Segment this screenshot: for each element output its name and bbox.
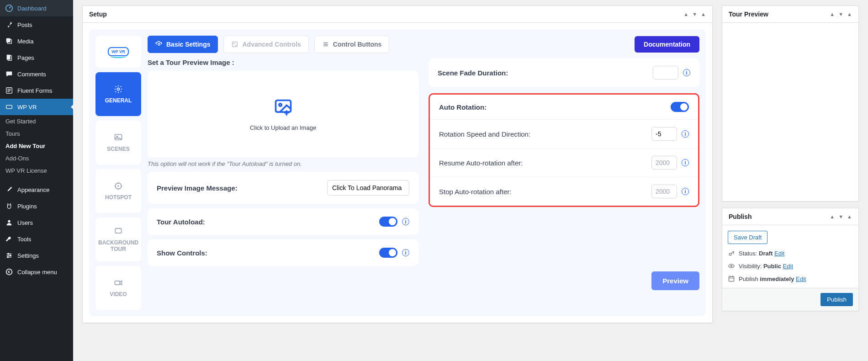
panel-toggle-icon[interactable]: ▲ — [847, 214, 852, 219]
upload-text: Click to Upload an Image — [250, 124, 316, 131]
svg-point-28 — [236, 45, 236, 45]
preview-image-section-label: Set a Tour Preview Image : — [148, 58, 418, 66]
wpvr-logo: WP VR — [95, 36, 141, 68]
sliders-icon — [322, 41, 329, 48]
help-icon[interactable]: i — [402, 218, 409, 225]
sidetab-hotspot[interactable]: HOTSPOT — [95, 169, 141, 213]
sidebar-label: Appearance — [17, 186, 49, 193]
scene-fade-row: Scene Fade Duration: i — [429, 58, 699, 87]
preview-button[interactable]: Preview — [651, 271, 699, 290]
panel-toggle-icon[interactable]: ▲ — [701, 11, 706, 17]
sidetab-scenes[interactable]: SCENES — [95, 121, 141, 165]
panel-toggle-icon[interactable]: ▲ — [847, 11, 852, 17]
svg-point-14 — [8, 253, 9, 255]
tour-preview-title: Tour Preview — [729, 11, 768, 18]
save-draft-button[interactable]: Save Draft — [728, 231, 767, 244]
sidebar-label: Pages — [17, 54, 34, 61]
resume-after-input[interactable] — [651, 156, 677, 170]
sidebar-comments[interactable]: Comments — [0, 66, 73, 82]
tour-autoload-row: Tour Autoload: i — [148, 208, 418, 235]
sidebar-posts[interactable]: Posts — [0, 16, 73, 33]
svg-rect-36 — [729, 276, 734, 281]
auto-rotation-toggle[interactable] — [671, 102, 689, 112]
sidebar-wpvr[interactable]: WP VR — [0, 99, 73, 115]
panel-tools: ▲ ▼ ▲ — [683, 11, 706, 17]
svg-point-17 — [6, 269, 12, 275]
sidebar-dashboard[interactable]: Dashboard — [0, 0, 73, 16]
sidebar-settings[interactable]: Settings — [0, 247, 73, 264]
panel-up-icon[interactable]: ▲ — [683, 11, 688, 17]
visibility-value: Public — [763, 263, 781, 270]
tour-autoload-toggle[interactable] — [379, 217, 397, 227]
panel-down-icon[interactable]: ▼ — [692, 11, 697, 17]
tab-basic-settings[interactable]: Basic Settings — [148, 36, 218, 53]
submenu-get-started[interactable]: Get Started — [0, 115, 73, 127]
help-icon[interactable]: i — [682, 188, 689, 195]
sidetab-label: VIDEO — [110, 291, 127, 297]
sidebar-users[interactable]: Users — [0, 214, 73, 231]
sidebar-appearance[interactable]: Appearance — [0, 181, 73, 198]
submenu-license[interactable]: WP VR License — [0, 165, 73, 177]
documentation-button[interactable]: Documentation — [635, 36, 699, 53]
publish-time-edit-link[interactable]: Edit — [796, 276, 806, 282]
preview-message-label: Preview Image Message: — [157, 184, 238, 192]
calendar-icon — [728, 275, 735, 282]
sidebar-label: Tools — [17, 236, 31, 243]
image-icon — [114, 133, 123, 142]
sidebar-media[interactable]: Media — [0, 33, 73, 49]
sidetab-general[interactable]: GENERAL — [95, 72, 141, 116]
resume-after-label: Resume Auto-rotation after: — [439, 159, 523, 167]
upload-preview-image[interactable]: Click to Upload an Image — [148, 71, 418, 158]
submenu-tours[interactable]: Tours — [0, 127, 73, 140]
svg-point-25 — [158, 43, 160, 45]
help-icon[interactable]: i — [402, 249, 409, 256]
tour-preview-body — [722, 23, 858, 201]
sidebar-pages[interactable]: Pages — [0, 49, 73, 66]
sidebar-fluent-forms[interactable]: Fluent Forms — [0, 82, 73, 99]
sidebar-tools[interactable]: Tools — [0, 231, 73, 247]
top-tabs: Basic Settings Advanced Controls Control… — [148, 36, 699, 53]
video-icon — [114, 278, 123, 287]
panel-up-icon[interactable]: ▲ — [830, 214, 835, 219]
sidebar-collapse[interactable]: Collapse menu — [0, 264, 73, 280]
preview-message-input[interactable] — [327, 180, 409, 196]
rotation-speed-input[interactable] — [651, 127, 677, 141]
gear-icon — [114, 85, 123, 94]
dashboard-icon — [5, 4, 14, 13]
status-edit-link[interactable]: Edit — [774, 250, 784, 257]
panel-up-icon[interactable]: ▲ — [830, 11, 835, 17]
help-icon[interactable]: i — [683, 69, 690, 76]
svg-point-10 — [8, 220, 10, 223]
eye-icon — [728, 262, 735, 270]
sidetab-label: SCENES — [107, 146, 129, 152]
target-icon — [114, 181, 123, 191]
auto-rotation-label: Auto Rotation: — [439, 103, 487, 111]
publish-panel: Publish ▲ ▼ ▲ Save Draft Status: Draft E… — [722, 208, 859, 311]
help-icon[interactable]: i — [682, 130, 689, 138]
help-icon[interactable]: i — [682, 159, 689, 166]
sidetab-label: GENERAL — [105, 97, 132, 104]
svg-point-22 — [118, 186, 119, 186]
svg-point-16 — [7, 256, 9, 258]
svg-rect-23 — [115, 228, 121, 233]
tab-advanced-controls[interactable]: Advanced Controls — [223, 36, 308, 53]
publish-time-label: Publish — [739, 276, 760, 282]
scene-fade-input[interactable] — [653, 66, 678, 80]
submenu-addons[interactable]: Add-Ons — [0, 152, 73, 165]
show-controls-toggle[interactable] — [379, 248, 397, 258]
tab-control-buttons[interactable]: Control Buttons — [314, 36, 390, 53]
vr-icon — [5, 102, 14, 111]
sidetab-background-tour[interactable]: BACKGROUND TOUR — [95, 218, 141, 261]
panel-down-icon[interactable]: ▼ — [838, 214, 843, 219]
sidebar-plugins[interactable]: Plugins — [0, 198, 73, 214]
submenu-add-new-tour[interactable]: Add New Tour — [0, 140, 73, 152]
sidetab-video[interactable]: VIDEO — [95, 266, 141, 310]
panel-down-icon[interactable]: ▼ — [838, 11, 843, 17]
status-row: Status: Draft Edit — [728, 250, 853, 257]
key-icon — [728, 250, 735, 257]
wrench-icon — [5, 234, 14, 244]
publish-time-row: Publish immediately Edit — [728, 275, 853, 282]
stop-after-input[interactable] — [651, 185, 677, 198]
publish-button[interactable]: Publish — [820, 293, 853, 306]
visibility-edit-link[interactable]: Edit — [783, 263, 793, 270]
